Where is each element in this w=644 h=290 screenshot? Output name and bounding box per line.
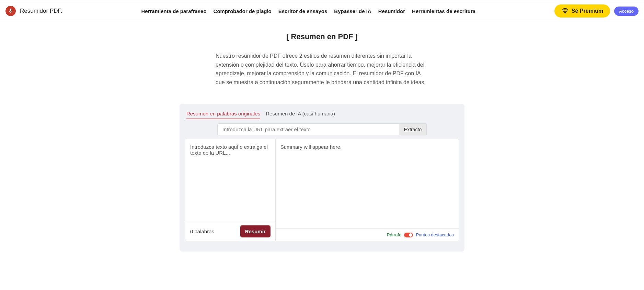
input-footer: 0 palabras Resumir — [185, 222, 275, 241]
word-count: 0 palabras — [190, 228, 214, 234]
page-description: Nuestro resumidor de PDF ofrece 2 estilo… — [216, 52, 428, 87]
label-paragraph: Párrafo — [387, 232, 402, 237]
main-nav: Herramienta de parafraseo Comprobador de… — [141, 8, 475, 14]
brand-name[interactable]: Resumidor PDF. — [20, 8, 62, 14]
tabs: Resumen en palabras originales Resumen d… — [185, 111, 459, 119]
output-footer: Párrafo Puntos destacados — [276, 228, 459, 241]
tab-original[interactable]: Resumen en palabras originales — [186, 111, 260, 119]
nav-writing-tools[interactable]: Herramientas de escritura — [412, 8, 475, 14]
nav-plagiarism[interactable]: Comprobador de plagio — [214, 8, 272, 14]
panels: 0 palabras Resumir Summary will appear h… — [185, 139, 459, 241]
input-textarea[interactable] — [185, 139, 275, 222]
view-toggle[interactable] — [404, 233, 413, 237]
summarize-button[interactable]: Resumir — [240, 225, 271, 237]
nav-essay[interactable]: Escritor de ensayos — [278, 8, 327, 14]
output-panel: Summary will appear here. Párrafo Puntos… — [276, 139, 459, 241]
header-right: Sé Premium Acceso — [554, 4, 639, 18]
output-area: Summary will appear here. — [276, 139, 459, 228]
diamond-icon — [561, 7, 569, 15]
premium-label: Sé Premium — [572, 8, 603, 14]
tab-ai[interactable]: Resumen de IA (casi humana) — [266, 111, 335, 119]
nav-summarizer[interactable]: Resumidor — [378, 8, 405, 14]
logo-icon[interactable] — [5, 6, 16, 16]
extract-button[interactable]: Extracto — [399, 123, 427, 135]
nav-bypasser[interactable]: Bypasser de IA — [334, 8, 371, 14]
main-content: [ Resumen en PDF ] Nuestro resumidor de … — [116, 22, 528, 262]
nav-paraphrase[interactable]: Herramienta de parafraseo — [141, 8, 206, 14]
input-panel: 0 palabras Resumir — [185, 139, 276, 241]
header: Resumidor PDF. Herramienta de parafraseo… — [0, 0, 644, 22]
header-left: Resumidor PDF. — [5, 6, 62, 16]
access-button[interactable]: Acceso — [614, 7, 639, 16]
url-input[interactable] — [217, 123, 399, 135]
page-title: [ Resumen en PDF ] — [123, 32, 521, 41]
premium-button[interactable]: Sé Premium — [554, 4, 610, 18]
tool-container: Resumen en palabras originales Resumen d… — [180, 104, 464, 252]
url-row: Extracto — [185, 123, 459, 135]
label-bullets: Puntos destacados — [416, 232, 454, 237]
